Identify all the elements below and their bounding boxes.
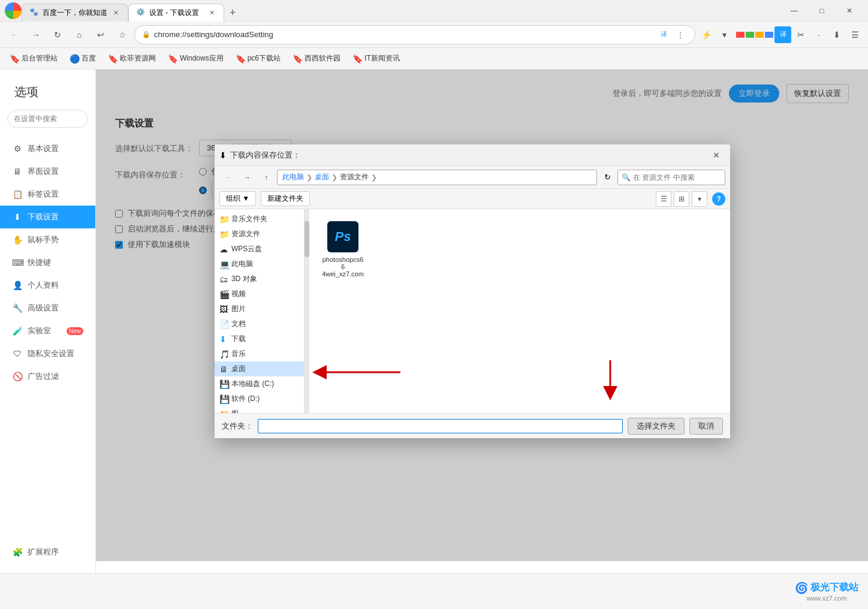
history-back-button[interactable]: ↩	[91, 25, 110, 44]
profile-settings-icon: 👤	[12, 281, 23, 290]
breadcrumb-computer[interactable]: 此电脑	[282, 172, 304, 182]
tree-item-wps[interactable]: ☁ WPS云盘	[215, 242, 304, 257]
bookmark-pc6[interactable]: 🔖 pc6下载站	[231, 52, 285, 65]
title-bar: 🐾 百度一下，你就知道 ✕ ⚙️ 设置 - 下载设置 ✕ + — □ ✕	[0, 0, 868, 22]
view-list-button[interactable]: ☰	[656, 191, 671, 207]
new-folder-button[interactable]: 新建文件夹	[261, 191, 310, 206]
bookmark-oufi[interactable]: 🔖 欧菲资源网	[103, 52, 161, 65]
tree-icon-pictures: 🖼	[219, 304, 229, 314]
sidebar-item-tabs[interactable]: 📋 标签设置	[0, 183, 95, 206]
tree-item-computer[interactable]: 💻 此电脑	[215, 257, 304, 272]
sidebar-label-lab: 实验室	[28, 325, 51, 336]
tree-item-resources[interactable]: 📁 资源文件	[215, 227, 304, 242]
bookmark-icon-xixi: 🔖	[293, 54, 303, 64]
tree-label-music-folder: 音乐文件夹	[231, 214, 299, 224]
tab-title-settings: 设置 - 下载设置	[149, 8, 203, 18]
sidebar-item-ui[interactable]: 🖥 界面设置	[0, 160, 95, 183]
bookmark-button[interactable]: ☆	[113, 25, 132, 44]
tree-item-music[interactable]: 🎵 音乐	[215, 346, 304, 361]
sidebar-label-tabs: 标签设置	[28, 189, 59, 200]
dialog-up-button[interactable]: ↑	[258, 170, 275, 185]
dialog-search-input[interactable]	[633, 173, 723, 182]
breadcrumb-resources[interactable]: 资源文件	[340, 172, 369, 182]
close-button[interactable]: ✕	[836, 0, 863, 22]
scissors-icon[interactable]: ✂	[792, 26, 809, 43]
back-button[interactable]: ←	[5, 25, 24, 44]
tree-item-drive-c[interactable]: 💾 本地磁盘 (C:)	[215, 376, 304, 391]
sidebar-item-basic[interactable]: ⚙ 基本设置	[0, 137, 95, 160]
search-input[interactable]	[7, 110, 88, 128]
tree-label-pictures: 图片	[231, 304, 299, 314]
organize-button[interactable]: 组织 ▼	[219, 191, 256, 206]
advanced-settings-icon: 🔧	[12, 303, 23, 313]
sidebar-label-shortcuts: 快捷键	[28, 257, 51, 268]
tree-item-video[interactable]: 🎬 视频	[215, 287, 304, 302]
bookmark-xixisoftware[interactable]: 🔖 西西软件园	[288, 52, 345, 65]
lightning-icon[interactable]: ⚡	[698, 26, 715, 43]
dot-icon[interactable]: ·	[810, 26, 827, 43]
bookmark-admin[interactable]: 🔖 后台管理站	[5, 52, 62, 65]
tab-settings[interactable]: ⚙️ 设置 - 下载设置 ✕	[128, 4, 224, 22]
minimize-button[interactable]: —	[780, 0, 808, 22]
tree-label-music: 音乐	[231, 349, 299, 359]
download-icon[interactable]: ⬇	[828, 26, 845, 43]
sidebar-item-shortcuts[interactable]: ⌨ 快捷键	[0, 251, 95, 274]
dialog-close-button[interactable]: ✕	[707, 147, 725, 164]
help-button[interactable]: ?	[712, 192, 725, 206]
dialog-refresh-button[interactable]: ↻	[599, 170, 615, 185]
dialog-titlebar: ⬇ 下载内容保存位置： ✕	[215, 144, 730, 166]
maximize-button[interactable]: □	[808, 0, 836, 22]
bookmark-icon-windows: 🔖	[168, 54, 178, 64]
tree-item-documents[interactable]: 📄 文档	[215, 316, 304, 331]
sidebar-item-advanced[interactable]: 🔧 高级设置	[0, 297, 95, 319]
sidebar-item-extensions[interactable]: 🧩 扩展程序	[0, 541, 95, 563]
address-bar[interactable]: 🔒 chrome://settings/downloadSetting 译 ⋮	[134, 25, 695, 44]
tree-scrollbar[interactable]	[305, 209, 309, 413]
refresh-button[interactable]: ↻	[48, 25, 67, 44]
sidebar-item-profile[interactable]: 👤 个人资料	[0, 274, 95, 297]
tree-item-downloads[interactable]: ⬇ 下载	[215, 331, 304, 346]
sidebar-item-lab[interactable]: 🧪 实验室 New	[0, 319, 95, 342]
bookmark-label-oufi: 欧菲资源网	[120, 53, 156, 64]
home-button[interactable]: ⌂	[70, 25, 89, 44]
privacy-settings-icon: 🛡	[12, 349, 23, 358]
bookmark-icon-admin: 🔖	[10, 54, 20, 64]
new-tab-button[interactable]: +	[224, 5, 241, 22]
menu-icon[interactable]: ☰	[846, 26, 863, 43]
dialog-back-button[interactable]: ←	[219, 170, 236, 185]
extensions-icon[interactable]: ⋮	[673, 28, 688, 42]
sidebar-item-adblock[interactable]: 🚫 广告过滤	[0, 365, 95, 388]
tree-icon-computer: 💻	[219, 260, 229, 269]
tree-item-images[interactable]: 📁 图	[215, 406, 304, 413]
nav-dropdown-icon[interactable]: ▾	[716, 26, 733, 43]
folder-label: 文件夹：	[222, 421, 253, 432]
select-folder-button[interactable]: 选择文件夹	[628, 418, 685, 435]
tree-item-3d[interactable]: 🗂 3D 对象	[215, 272, 304, 287]
footer: 🌀 极光下载站 www.xz7.com	[0, 573, 868, 609]
file-item-photoshop[interactable]: Ps photoshopcs664wei_xz7.com	[319, 219, 367, 280]
sidebar-item-mouse[interactable]: ✋ 鼠标手势	[0, 228, 95, 251]
tree-item-music-folder[interactable]: 📁 音乐文件夹	[215, 212, 304, 227]
translate-icon[interactable]: 译	[656, 28, 671, 42]
breadcrumb-desktop[interactable]: 桌面	[315, 172, 329, 182]
view-grid-button[interactable]: ⊞	[674, 191, 689, 207]
folder-input[interactable]	[258, 419, 623, 433]
cancel-button[interactable]: 取消	[689, 418, 723, 435]
tab-baidu[interactable]: 🐾 百度一下，你就知道 ✕	[22, 4, 128, 22]
tree-item-desktop[interactable]: 🖥 桌面	[215, 361, 304, 376]
bookmark-baidu[interactable]: 🔵 百度	[65, 52, 101, 65]
tab-close-settings[interactable]: ✕	[207, 8, 216, 17]
dialog-forward-button[interactable]: →	[239, 170, 255, 185]
tree-label-images: 图	[231, 409, 299, 413]
translate-btn[interactable]: 译	[774, 26, 791, 43]
sidebar-item-privacy[interactable]: 🛡 隐私安全设置	[0, 342, 95, 365]
bookmark-windows[interactable]: 🔖 Windows应用	[163, 52, 228, 65]
view-dropdown-button[interactable]: ▾	[692, 191, 707, 207]
tree-item-pictures[interactable]: 🖼 图片	[215, 302, 304, 316]
tree-item-drive-d[interactable]: 💾 软件 (D:)	[215, 391, 304, 406]
sidebar-item-download[interactable]: ⬇ 下载设置	[0, 206, 95, 228]
bookmark-it[interactable]: 🔖 IT新闻资讯	[348, 52, 405, 65]
bookmark-label-windows: Windows应用	[180, 53, 224, 64]
tab-close-baidu[interactable]: ✕	[111, 8, 120, 17]
forward-button[interactable]: →	[26, 25, 46, 44]
